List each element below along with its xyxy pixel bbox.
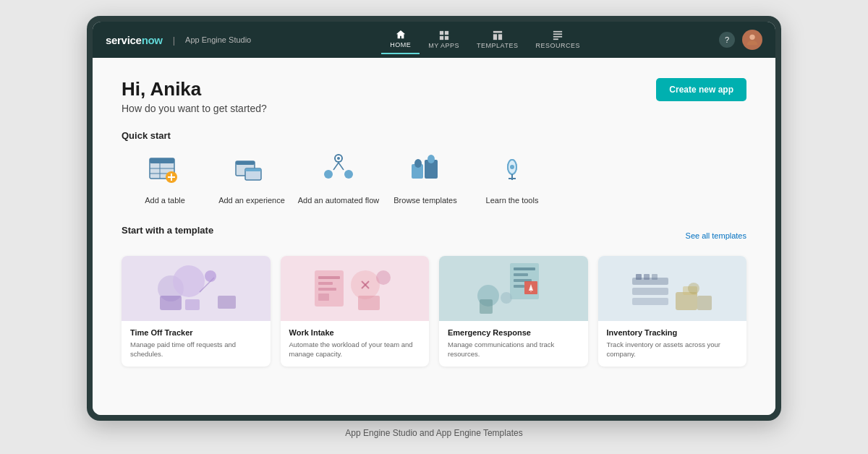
- svg-rect-1: [445, 31, 448, 35]
- svg-point-45: [205, 270, 216, 282]
- svg-point-11: [749, 35, 754, 40]
- see-all-templates-link[interactable]: See all templates: [686, 231, 746, 240]
- footer-caption: App Engine Studio and App Engine Templat…: [345, 428, 522, 438]
- template-desc-emergency: Manage communications and track resource…: [448, 340, 579, 359]
- templates-section-title: Start with a template: [122, 225, 213, 236]
- nav-item-templates[interactable]: TEMPLATES: [468, 26, 527, 53]
- svg-rect-0: [440, 31, 443, 35]
- svg-rect-21: [236, 161, 255, 165]
- navbar: servicenow | App Engine Studio HOME MY A…: [93, 22, 775, 58]
- quick-start-add-experience[interactable]: Add an experience: [208, 151, 295, 205]
- svg-rect-51: [318, 294, 329, 301]
- quick-start-learn-tools[interactable]: Learn the tools: [469, 151, 556, 205]
- template-card-emergency[interactable]: Emergency Response Manage communications…: [439, 256, 588, 367]
- template-title-emergency: Emergency Response: [448, 328, 579, 337]
- template-image-time-off: [122, 256, 271, 321]
- svg-rect-50: [318, 288, 336, 291]
- template-card-time-off[interactable]: Time Off Tracker Manage paid time off re…: [122, 256, 271, 367]
- template-title-work-intake: Work Intake: [289, 328, 421, 337]
- svg-rect-43: [185, 299, 200, 310]
- svg-rect-48: [318, 276, 340, 279]
- svg-rect-8: [553, 33, 562, 35]
- svg-line-28: [339, 163, 344, 170]
- svg-point-34: [414, 159, 422, 168]
- nav-label-myapps: MY APPS: [428, 42, 459, 49]
- templates-grid: Time Off Tracker Manage paid time off re…: [122, 256, 746, 367]
- svg-rect-13: [150, 158, 174, 163]
- templates-header: Start with a template See all templates: [122, 225, 746, 246]
- create-new-app-button[interactable]: Create new app: [656, 78, 746, 101]
- svg-rect-58: [514, 267, 535, 270]
- svg-rect-61: [514, 285, 524, 288]
- quick-start-section: Quick start: [122, 130, 746, 205]
- svg-point-56: [376, 270, 391, 285]
- template-image-emergency: [439, 256, 588, 321]
- template-image-work-intake: [281, 256, 430, 321]
- quick-start-title: Quick start: [122, 130, 746, 141]
- svg-rect-4: [493, 31, 502, 33]
- template-title-time-off: Time Off Tracker: [130, 328, 262, 337]
- svg-rect-46: [218, 296, 236, 309]
- svg-rect-5: [493, 34, 497, 40]
- svg-rect-69: [632, 288, 668, 295]
- nav-label-home: HOME: [390, 41, 411, 48]
- svg-rect-23: [245, 168, 261, 171]
- svg-rect-70: [632, 298, 668, 305]
- greeting-text: Hi, Anika How do you want to get started…: [122, 78, 267, 114]
- browse-templates-icon: [406, 151, 445, 190]
- quick-start-browse-templates[interactable]: Browse templates: [382, 151, 469, 205]
- outer-wrapper: servicenow | App Engine Studio HOME MY A…: [0, 0, 868, 454]
- learn-tools-icon: [493, 151, 532, 190]
- svg-rect-7: [553, 31, 562, 33]
- template-card-inventory[interactable]: Inventory Tracking Track inventory or as…: [598, 256, 747, 367]
- svg-rect-66: [480, 299, 493, 314]
- quick-start-add-flow[interactable]: Add an automated flow: [295, 151, 382, 205]
- nav-app-title: App Engine Studio: [185, 35, 251, 44]
- nav-logo: servicenow | App Engine Studio: [106, 34, 251, 46]
- template-body-emergency: Emergency Response Manage communications…: [439, 321, 588, 367]
- svg-rect-64: [530, 291, 531, 292]
- greeting-subtext: How do you want to get started?: [122, 103, 267, 114]
- add-experience-icon: [232, 151, 271, 190]
- svg-rect-59: [514, 273, 528, 276]
- nav-divider: |: [173, 35, 175, 46]
- template-body-inventory: Inventory Tracking Track inventory or as…: [598, 321, 747, 367]
- svg-point-25: [324, 170, 333, 179]
- nav-item-myapps[interactable]: MY APPS: [420, 26, 468, 53]
- logo-now: now: [142, 34, 163, 46]
- nav-avatar[interactable]: [742, 30, 762, 50]
- templates-section: Start with a template See all templates: [122, 225, 746, 367]
- template-card-work-intake[interactable]: Work Intake Automate the workload of you…: [281, 256, 430, 367]
- nav-label-templates: TEMPLATES: [477, 42, 518, 49]
- template-desc-inventory: Track inventory or assets across your co…: [607, 340, 739, 359]
- greeting-row: Hi, Anika How do you want to get started…: [122, 78, 746, 114]
- svg-rect-9: [553, 36, 562, 38]
- svg-rect-10: [553, 38, 558, 40]
- svg-rect-74: [697, 296, 712, 310]
- learn-tools-label: Learn the tools: [486, 196, 539, 205]
- svg-rect-42: [160, 296, 182, 310]
- template-title-inventory: Inventory Tracking: [607, 328, 739, 337]
- svg-point-67: [501, 292, 512, 304]
- svg-rect-76: [644, 274, 650, 280]
- template-desc-time-off: Manage paid time off requests and schedu…: [130, 340, 262, 359]
- nav-help-button[interactable]: ?: [719, 32, 735, 48]
- add-table-icon: [145, 151, 184, 190]
- nav-center: HOME MY APPS TEMPLATES RESOURCES: [381, 25, 589, 54]
- add-flow-icon: [319, 151, 358, 190]
- svg-point-33: [427, 155, 435, 163]
- template-image-inventory: [598, 256, 747, 321]
- svg-point-37: [510, 165, 514, 169]
- add-flow-label: Add an automated flow: [298, 196, 380, 205]
- nav-item-home[interactable]: HOME: [381, 25, 420, 54]
- monitor-frame: servicenow | App Engine Studio HOME MY A…: [87, 16, 781, 421]
- main-content: Hi, Anika How do you want to get started…: [93, 58, 775, 415]
- nav-item-resources[interactable]: RESOURCES: [527, 26, 589, 53]
- template-body-time-off: Time Off Tracker Manage paid time off re…: [122, 321, 271, 367]
- add-experience-label: Add an experience: [218, 196, 285, 205]
- browse-templates-label: Browse templates: [393, 196, 456, 205]
- svg-point-30: [337, 157, 340, 160]
- quick-start-add-table[interactable]: Add a table: [122, 151, 208, 205]
- svg-rect-6: [498, 34, 502, 40]
- svg-rect-3: [445, 36, 448, 40]
